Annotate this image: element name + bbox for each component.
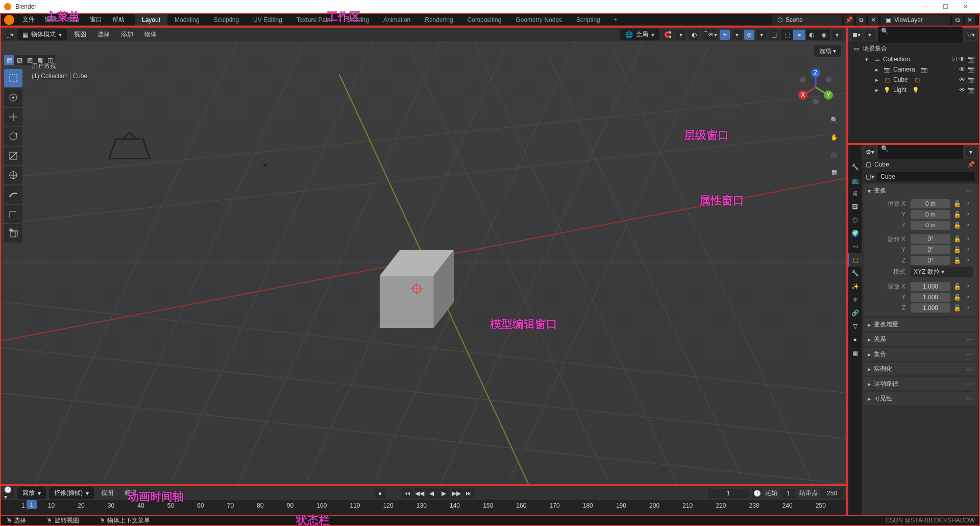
tab-constraints[interactable]: 🔗	[848, 306, 862, 320]
lock-icon[interactable]: 🔓	[952, 211, 962, 218]
menu-window[interactable]: 窗口	[85, 13, 107, 26]
workspace-tab-modeling[interactable]: Modeling	[167, 14, 207, 26]
properties-editor-icon[interactable]: ⚙▾	[865, 147, 875, 157]
viewport-menu-object[interactable]: 物体	[140, 29, 161, 40]
playhead[interactable]: 1	[27, 500, 37, 509]
viewport-options-button[interactable]: 选项 ▾	[814, 45, 841, 57]
navigation-gizmo[interactable]: X Y Z	[795, 67, 836, 108]
tool-annotate[interactable]	[4, 185, 22, 204]
tab-particles[interactable]: ✨	[848, 280, 862, 293]
chevron-right-icon[interactable]: ▸	[868, 366, 871, 373]
jump-end-icon[interactable]: ⏭	[463, 488, 474, 498]
camera-view-icon[interactable]: 🎥	[827, 148, 841, 162]
select-box-icon[interactable]: ▦	[4, 55, 14, 65]
timeline-editor-icon[interactable]: 🕐▾	[4, 488, 14, 498]
filter-icon[interactable]: ▽▾	[966, 30, 976, 40]
tool-measure[interactable]	[4, 205, 22, 223]
chevron-right-icon[interactable]: ▸	[868, 380, 871, 388]
rotation-mode-select[interactable]: XYZ 欧拉 ▾	[911, 267, 973, 277]
workspace-tab-uv-editing[interactable]: UV Editing	[246, 14, 289, 26]
tree-scene-collection[interactable]: ▭ 场景集合	[850, 43, 977, 54]
eye-icon[interactable]: 👁	[959, 86, 965, 93]
overlay-options-icon[interactable]: ▾	[756, 30, 767, 40]
chevron-right-icon[interactable]: ▸	[873, 65, 881, 74]
render-icon[interactable]: 📷	[967, 66, 975, 73]
chevron-right-icon[interactable]: ▸	[868, 321, 871, 328]
outliner-search-input[interactable]	[881, 35, 960, 42]
lock-icon[interactable]: 🔓	[952, 246, 962, 253]
start-frame-input[interactable]: 1	[780, 489, 796, 498]
xray-icon[interactable]: ◫	[769, 30, 779, 40]
pan-icon[interactable]: ✋	[827, 130, 841, 145]
tab-tool[interactable]: 🔧	[848, 160, 862, 174]
value-input[interactable]: 0°	[911, 245, 950, 254]
editor-type-icon[interactable]: ⬚▾	[4, 30, 14, 40]
viewlayer-name-input[interactable]	[894, 16, 945, 23]
gizmo-options-icon[interactable]: ▾	[732, 30, 742, 40]
end-frame-input[interactable]: 250	[821, 489, 843, 498]
tree-collection[interactable]: ▾ ▭ Collection ☑ 👁 📷	[850, 54, 977, 64]
workspace-tab-sculpting[interactable]: Sculpting	[207, 14, 246, 26]
tab-scene[interactable]: ⬡	[848, 213, 862, 227]
chevron-down-icon[interactable]: ▾	[863, 55, 871, 63]
checkbox-icon[interactable]: ☑	[951, 56, 957, 63]
lock-icon[interactable]: 🔓	[952, 257, 962, 264]
tab-render[interactable]: 📺	[848, 174, 862, 187]
workspace-tab-geometry-nodes[interactable]: Geometry Nodes	[508, 14, 569, 26]
shading-options-icon[interactable]: ▾	[832, 30, 842, 40]
select-extend-icon[interactable]: ▧	[14, 55, 24, 65]
render-icon[interactable]: 📷	[967, 76, 975, 83]
mode-selector[interactable]: ▦ 物体模式 ▾	[17, 29, 67, 40]
pin-icon[interactable]: 📌	[967, 161, 975, 168]
timeline-track[interactable]: 1102030405060708090100110120130140150160…	[1, 500, 846, 515]
chevron-right-icon[interactable]: ▸	[868, 395, 871, 402]
shading-rendered[interactable]: ◉	[818, 30, 830, 40]
eye-icon[interactable]: 👁	[959, 76, 965, 83]
tool-scale[interactable]	[4, 147, 22, 165]
tool-cursor[interactable]	[4, 88, 22, 107]
value-input[interactable]: 1.000	[911, 293, 950, 302]
scene-name-input[interactable]	[786, 16, 837, 23]
chevron-right-icon[interactable]: ▸	[873, 76, 881, 84]
scene-selector[interactable]: ⬡	[772, 15, 842, 25]
menu-file[interactable]: 文件	[17, 13, 40, 26]
eye-icon[interactable]: 👁	[959, 56, 965, 63]
tool-add-cube[interactable]: +	[4, 224, 22, 243]
value-input[interactable]: 0 m	[911, 210, 950, 219]
scene-copy-icon[interactable]: ⧉	[856, 15, 866, 25]
shading-wireframe[interactable]: ⬚	[781, 30, 793, 40]
lock-icon[interactable]: 🔓	[952, 294, 962, 301]
gizmo-toggle-icon[interactable]: ✦	[720, 30, 730, 40]
outliner-display-icon[interactable]: ▾	[865, 30, 875, 40]
tab-world[interactable]: 🌍	[848, 227, 862, 240]
workspace-tab-layout[interactable]: Layout	[135, 14, 167, 26]
shading-solid[interactable]: ●	[793, 30, 805, 40]
perspective-toggle-icon[interactable]: ▦	[827, 165, 841, 179]
timeline-marker-menu[interactable]: 标记	[120, 487, 141, 499]
chevron-right-icon[interactable]: ▸	[873, 86, 881, 94]
visibility-icon[interactable]: 👁▾	[707, 30, 718, 40]
viewport-menu-view[interactable]: 视图	[70, 29, 90, 40]
overlay-toggle-icon[interactable]: ⊕	[744, 30, 754, 40]
options-icon[interactable]: ▾	[966, 147, 976, 157]
autokey-icon[interactable]: ●	[375, 488, 385, 498]
tab-modifiers[interactable]: 🔧	[848, 267, 862, 280]
orientation-selector[interactable]: 🌐 全局 ▾	[620, 29, 659, 40]
snap-icon[interactable]: 🧲	[663, 30, 673, 40]
chevron-down-icon[interactable]: ▾	[868, 187, 871, 195]
workspace-tab-rendering[interactable]: Rendering	[418, 14, 460, 26]
lock-icon[interactable]: 🔓	[952, 235, 962, 243]
close-icon[interactable]: ✕	[955, 3, 976, 10]
tool-move[interactable]	[4, 108, 22, 126]
timeline-view-menu[interactable]: 视图	[97, 487, 117, 499]
proportional-edit-icon[interactable]: ◐	[689, 30, 699, 40]
value-input[interactable]: 0 m	[911, 221, 950, 230]
play-reverse-icon[interactable]: ◀	[426, 488, 437, 498]
menu-edit[interactable]: 编辑	[40, 13, 62, 26]
object-name-input[interactable]	[877, 172, 975, 181]
value-input[interactable]: 0°	[911, 256, 950, 265]
tree-item-cube[interactable]: ▸▢Cube▢👁📷	[850, 75, 977, 85]
outliner-editor-icon[interactable]: ≣▾	[851, 30, 862, 40]
workspace-tab-texture-paint[interactable]: Texture Paint	[289, 14, 339, 26]
blender-icon[interactable]	[4, 15, 14, 25]
